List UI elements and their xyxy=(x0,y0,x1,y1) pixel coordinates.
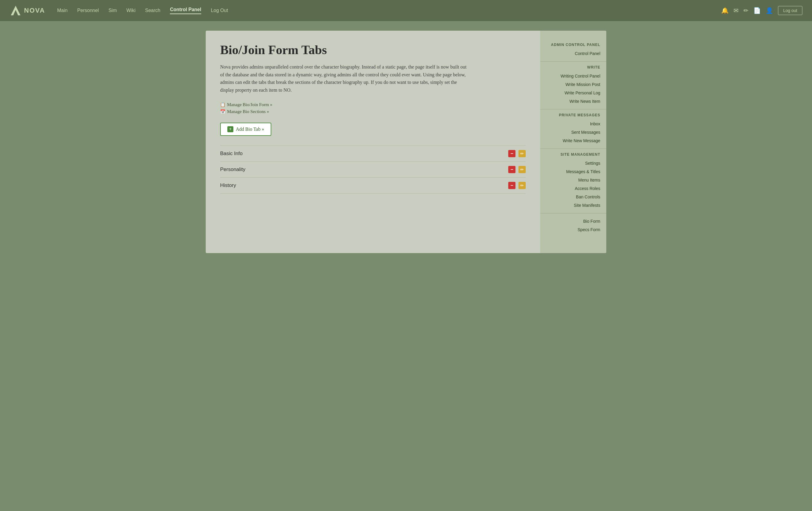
nav-main[interactable]: Main xyxy=(57,8,68,13)
sidebar-section-private-messages: PRIVATE MESSAGES xyxy=(540,113,606,120)
table-row: Basic Info − ✏ xyxy=(220,146,526,162)
table-row: Personality − ✏ xyxy=(220,162,526,178)
nav-wiki[interactable]: Wiki xyxy=(126,8,135,13)
sidebar-item-bio-form[interactable]: Bio Form xyxy=(540,217,606,226)
sidebar-item-messages-titles[interactable]: Messages & Titles xyxy=(540,168,606,176)
sidebar-item-site-manifests[interactable]: Site Manifests xyxy=(540,201,606,210)
edit-personality-button[interactable]: ✏ xyxy=(519,166,526,173)
nav-control-panel[interactable]: Control Panel xyxy=(170,7,201,14)
sidebar-item-writing-control-panel[interactable]: Writing Control Panel xyxy=(540,72,606,80)
add-bio-tab-button[interactable]: + Add Bio Tab » xyxy=(220,123,271,136)
mail-icon[interactable]: ✉ xyxy=(733,7,738,14)
tab-name-basic-info: Basic Info xyxy=(220,151,508,157)
delete-personality-button[interactable]: − xyxy=(508,166,516,173)
sidebar-divider-2 xyxy=(540,109,606,110)
sidebar-item-write-news-item[interactable]: Write News Item xyxy=(540,97,606,106)
page-wrapper: Bio/Join Form Tabs Nova provides admins … xyxy=(199,31,613,253)
edit-basic-info-button[interactable]: ✏ xyxy=(519,150,526,157)
add-bio-tab-label: Add Bio Tab » xyxy=(236,126,264,132)
sidebar-section-admin: ADMIN CONTROL PANEL xyxy=(540,43,606,49)
nav-icons: 🔔 ✉ ✏ 📄 👤 xyxy=(721,7,773,14)
sidebar-item-menu-items[interactable]: Menu Items xyxy=(540,176,606,184)
document-icon[interactable]: 📄 xyxy=(753,7,761,14)
manage-bio-sections-link[interactable]: 📅 Manage Bio Sections » xyxy=(220,109,526,114)
bio-tab-list: Basic Info − ✏ Personality − ✏ History −… xyxy=(220,146,526,193)
content-area: Bio/Join Form Tabs Nova provides admins … xyxy=(206,31,540,253)
sidebar-item-specs-form[interactable]: Specs Form xyxy=(540,226,606,234)
notification-icon[interactable]: 🔔 xyxy=(721,7,729,14)
plus-icon: + xyxy=(227,126,233,132)
sidebar-item-access-roles[interactable]: Access Roles xyxy=(540,184,606,193)
sidebar-item-inbox[interactable]: Inbox xyxy=(540,120,606,128)
edit-nav-icon[interactable]: ✏ xyxy=(744,7,749,14)
sidebar-section-write: WRITE xyxy=(540,65,606,72)
logo[interactable]: NOVA xyxy=(10,4,45,17)
page-title: Bio/Join Form Tabs xyxy=(220,43,526,57)
clipboard-icon: 📋 xyxy=(220,102,225,107)
nav-links: Main Personnel Sim Wiki Search Control P… xyxy=(57,7,721,14)
sidebar-item-write-new-message[interactable]: Write New Message xyxy=(540,137,606,145)
edit-history-button[interactable]: ✏ xyxy=(519,182,526,189)
tab-name-history: History xyxy=(220,182,508,188)
nav-sim[interactable]: Sim xyxy=(109,8,117,13)
sidebar-item-write-mission-post[interactable]: Write Mission Post xyxy=(540,80,606,89)
row-actions: − ✏ xyxy=(508,150,526,157)
nav-personnel[interactable]: Personnel xyxy=(77,8,99,13)
logout-button[interactable]: Log out xyxy=(778,6,802,15)
navigation: NOVA Main Personnel Sim Wiki Search Cont… xyxy=(0,0,812,21)
row-actions: − ✏ xyxy=(508,182,526,189)
delete-basic-info-button[interactable]: − xyxy=(508,150,516,157)
calendar-icon: 📅 xyxy=(220,109,225,114)
user-icon[interactable]: 👤 xyxy=(766,7,773,14)
page-description: Nova provides admins unparalleled contro… xyxy=(220,63,467,94)
sidebar-divider-4 xyxy=(540,213,606,213)
sidebar-item-settings[interactable]: Settings xyxy=(540,159,606,168)
logo-icon xyxy=(10,4,22,17)
sidebar-item-ban-controls[interactable]: Ban Controls xyxy=(540,193,606,201)
sidebar-item-control-panel[interactable]: Control Panel xyxy=(540,49,606,58)
sidebar-item-write-personal-log[interactable]: Write Personal Log xyxy=(540,89,606,97)
logo-text: NOVA xyxy=(24,7,45,14)
sidebar-item-sent-messages[interactable]: Sent Messages xyxy=(540,128,606,137)
manage-bio-form-link[interactable]: 📋 Manage Bio/Join Form » xyxy=(220,102,526,107)
table-row: History − ✏ xyxy=(220,178,526,193)
sidebar: ADMIN CONTROL PANEL Control Panel WRITE … xyxy=(540,31,606,253)
nav-logout[interactable]: Log Out xyxy=(211,8,228,13)
svg-marker-0 xyxy=(11,6,21,15)
sidebar-section-site-management: SITE MANAGEMENT xyxy=(540,152,606,159)
sidebar-divider-1 xyxy=(540,61,606,62)
row-actions: − ✏ xyxy=(508,166,526,173)
nav-search[interactable]: Search xyxy=(145,8,160,13)
tab-name-personality: Personality xyxy=(220,167,508,173)
manage-links: 📋 Manage Bio/Join Form » 📅 Manage Bio Se… xyxy=(220,102,526,114)
delete-history-button[interactable]: − xyxy=(508,182,516,189)
